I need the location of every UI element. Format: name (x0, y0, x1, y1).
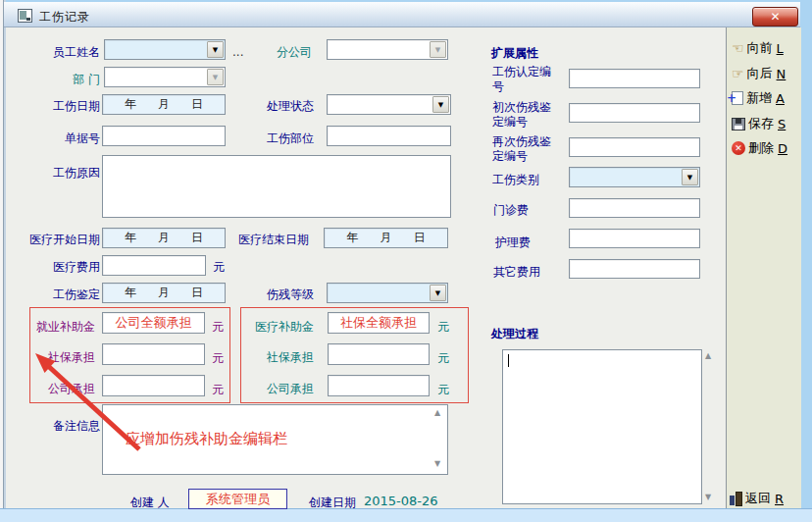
date-day-label: 日 (191, 96, 203, 113)
injury-cause-textarea[interactable] (102, 155, 451, 218)
chevron-down-icon[interactable]: ▼ (432, 96, 449, 113)
injury-assess-label: 工伤鉴定 (20, 287, 100, 303)
outpatient-fee-label: 门诊费 (493, 202, 529, 219)
medical-start-date-field[interactable]: 年 月 日 (102, 228, 226, 248)
status-label: 处理状态 (233, 98, 314, 115)
date-year-label: 年 (125, 96, 136, 113)
status-combo[interactable]: ▼ (327, 94, 451, 115)
hotkey-label: L (777, 41, 784, 56)
social-bear-left-input[interactable] (102, 343, 205, 365)
save-button[interactable]: 保存 S (732, 115, 786, 132)
first-assess-no-label: 初次伤残鉴定编号 (492, 100, 561, 130)
social-bear-right-label: 社保承担 (235, 349, 314, 366)
extended-section-title: 扩展属性 (491, 45, 538, 62)
delete-label: 删除 (748, 139, 774, 157)
date-month-label: 月 (158, 230, 170, 246)
injury-date-label: 工伤日期 (20, 98, 100, 115)
date-day-label: 日 (191, 285, 203, 301)
medical-fee-label: 医疗费用 (20, 259, 100, 276)
save-floppy-icon (732, 118, 745, 130)
second-assess-no-input[interactable] (569, 137, 700, 157)
chevron-down-icon: ▼ (430, 41, 446, 58)
save-label: 保存 (748, 115, 774, 132)
nursing-fee-input[interactable] (569, 229, 700, 248)
employee-name-label: 员工姓名 (20, 44, 100, 61)
chevron-down-icon[interactable]: ▼ (207, 41, 224, 58)
company-bear-right-label: 公司承担 (235, 381, 314, 397)
outpatient-fee-input[interactable] (569, 198, 700, 218)
injury-cert-no-label: 工伤认定编号 (492, 65, 561, 94)
unit-label: 元 (437, 319, 449, 336)
disability-level-combo[interactable]: ▼ (327, 283, 448, 303)
hotkey-label: R (775, 492, 784, 506)
doc-no-input[interactable] (102, 126, 226, 146)
date-month-label: 月 (158, 96, 170, 113)
remarks-label: 备注信息 (20, 418, 100, 435)
creator-value: 系统管理员 (206, 491, 270, 508)
injury-part-label: 工伤部位 (233, 130, 314, 147)
injury-date-field[interactable]: 年 月 日 (102, 94, 226, 115)
nav-backward-button[interactable]: ☞ 向后 N (732, 65, 786, 82)
medical-subsidy-label: 医疗补助金 (235, 319, 314, 336)
hotkey-label: N (777, 67, 787, 81)
date-year-label: 年 (125, 285, 136, 301)
scroll-down-icon[interactable]: ▼ (434, 460, 440, 468)
window-title: 工伤记录 (39, 9, 90, 26)
first-assess-no-input[interactable] (569, 103, 700, 123)
company-bear-left-label: 公司承担 (20, 381, 95, 397)
date-month-label: 月 (158, 285, 170, 301)
scroll-down-icon[interactable]: ▼ (705, 494, 711, 501)
chevron-down-icon[interactable]: ▼ (430, 285, 446, 301)
browse-ellipsis-button[interactable]: ... (232, 45, 243, 59)
close-button[interactable]: ✕ (752, 7, 798, 26)
hotkey-label: S (778, 117, 786, 131)
injury-assess-date-field[interactable]: 年 月 日 (102, 283, 226, 303)
nav-forward-label: 向前 (747, 39, 773, 57)
nav-backward-label: 向后 (747, 65, 773, 82)
add-record-button[interactable]: + 新增 A (732, 89, 785, 107)
exit-door-icon (730, 492, 742, 506)
company-bear-left-input[interactable] (102, 375, 205, 396)
doc-no-label: 单据号 (20, 130, 100, 147)
process-textarea[interactable] (502, 349, 702, 504)
hand-right-icon: ☞ (732, 67, 744, 80)
date-day-label: 日 (191, 230, 203, 246)
unit-label: 元 (212, 319, 224, 336)
disability-level-label: 伤残等级 (233, 287, 314, 303)
company-bear-right-input[interactable] (328, 375, 430, 396)
injury-part-input[interactable] (327, 126, 451, 146)
medical-subsidy-input[interactable] (328, 312, 430, 334)
medical-end-date-field[interactable]: 年 月 日 (324, 228, 448, 248)
scroll-up-icon[interactable]: ▲ (434, 409, 440, 417)
medical-end-label: 医疗结束日期 (238, 232, 309, 248)
injury-category-label: 工伤类别 (492, 172, 539, 188)
create-date-label: 创建日期 (309, 495, 356, 511)
delete-button[interactable]: ✕ 删除 D (732, 139, 787, 157)
return-button[interactable]: 返回 R (730, 490, 784, 507)
department-combo[interactable]: ▼ (104, 67, 226, 87)
creator-label: 创建 人 (130, 495, 170, 511)
employment-subsidy-input[interactable] (102, 312, 205, 334)
unit-label: 元 (212, 382, 224, 398)
social-bear-right-input[interactable] (328, 343, 430, 365)
employee-name-combo[interactable]: ▼ (104, 39, 226, 60)
scroll-up-icon[interactable]: ▲ (705, 352, 711, 360)
second-assess-no-label: 再次伤残鉴定编号 (492, 134, 561, 164)
other-fee-label: 其它费用 (493, 264, 540, 281)
medical-fee-input[interactable] (102, 255, 206, 276)
branch-combo[interactable]: ▼ (327, 39, 448, 60)
chevron-down-icon[interactable]: ▼ (682, 169, 698, 185)
form-icon (18, 9, 32, 23)
other-fee-input[interactable] (569, 259, 700, 279)
social-bear-left-label: 社保承担 (20, 349, 95, 366)
text-caret (508, 354, 509, 367)
injury-category-combo[interactable]: ▼ (569, 167, 700, 187)
branch-label: 分公司 (277, 44, 312, 61)
creator-value-box: 系统管理员 (188, 489, 287, 509)
nav-forward-button[interactable]: ☜ 向前 L (732, 39, 784, 57)
process-section-title: 处理过程 (491, 326, 538, 342)
employment-subsidy-label: 就业补助金 (20, 319, 95, 336)
unit-label: 元 (437, 350, 449, 367)
injury-cert-no-input[interactable] (569, 69, 700, 88)
new-document-icon: + (732, 91, 743, 105)
